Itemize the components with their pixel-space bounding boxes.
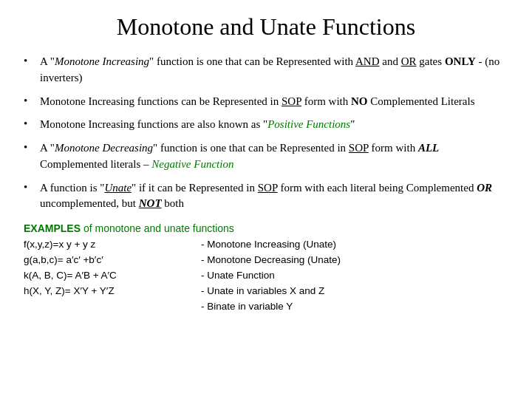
examples-grid: f(x,y,z)=x y + y z - Monotone Increasing…	[24, 237, 508, 315]
all-keyword: ALL	[418, 142, 439, 154]
page: Monotone and Unate Functions • A "Monoto…	[0, 0, 532, 399]
bullet-4-text: A "Monotone Decreasing" function is one …	[40, 140, 508, 173]
examples-header: EXAMPLES of monotone and unate functions	[24, 222, 508, 234]
or-gate: OR	[401, 55, 417, 67]
examples-bold: EXAMPLES	[24, 222, 81, 234]
example-right-5: - Binate in variable Y	[201, 299, 508, 315]
example-right-1: - Monotone Increasing (Unate)	[201, 237, 508, 253]
example-left-3: k(A, B, C)= A′B + A′C	[24, 268, 201, 284]
positive-functions-term: Positive Functions	[267, 118, 350, 130]
bullet-icon: •	[24, 117, 37, 130]
no-keyword: NO	[351, 95, 368, 107]
term-monotone-increasing: Monotone Increasing	[55, 55, 149, 67]
example-left-2: g(a,b,c)= a′c′ +b′c′	[24, 253, 201, 268]
example-left-1: f(x,y,z)=x y + y z	[24, 237, 201, 253]
bullet-icon: •	[24, 141, 37, 154]
negative-function-term: Negative Function	[151, 158, 233, 170]
and-gate: AND	[355, 55, 380, 67]
bullet-icon: •	[24, 55, 37, 67]
bullet-4: • A "Monotone Decreasing" function is on…	[24, 140, 508, 173]
bullet-icon: •	[24, 181, 37, 194]
bullet-2: • Monotone Increasing functions can be R…	[24, 94, 508, 110]
page-title: Monotone and Unate Functions	[24, 13, 508, 41]
bullet-icon: •	[24, 95, 37, 107]
not-keyword: NOT	[139, 197, 162, 209]
example-left-5	[24, 299, 201, 315]
sop-1: SOP	[282, 95, 301, 107]
examples-rest: of monotone and unate functions	[81, 222, 234, 234]
example-right-4: - Unate in variables X and Z	[201, 284, 508, 299]
example-left-4: h(X, Y, Z)= X′Y + Y′Z	[24, 284, 201, 299]
bullet-1: • A "Monotone Increasing" function is on…	[24, 54, 508, 86]
term-monotone-decreasing: Monotone Decreasing	[55, 142, 153, 154]
bullet-3: • Monotone Increasing functions are also…	[24, 117, 508, 133]
example-right-2: - Monotone Decreasing (Unate)	[201, 253, 508, 268]
bullet-1-text: A "Monotone Increasing" function is one …	[40, 54, 508, 86]
only-keyword: ONLY	[445, 55, 476, 67]
bullet-2-text: Monotone Increasing functions can be Rep…	[40, 94, 508, 110]
sop-2: SOP	[349, 142, 369, 154]
unate-term: Unate	[104, 182, 132, 194]
examples-section: EXAMPLES of monotone and unate functions…	[24, 222, 508, 315]
or-keyword: OR	[477, 182, 492, 194]
example-right-3: - Unate Function	[201, 268, 508, 284]
sop-3: SOP	[258, 182, 278, 194]
bullet-3-text: Monotone Increasing functions are also k…	[40, 117, 508, 133]
bullet-5-text: A function is "Unate" if it can be Repre…	[40, 180, 508, 213]
bullet-5: • A function is "Unate" if it can be Rep…	[24, 180, 508, 213]
